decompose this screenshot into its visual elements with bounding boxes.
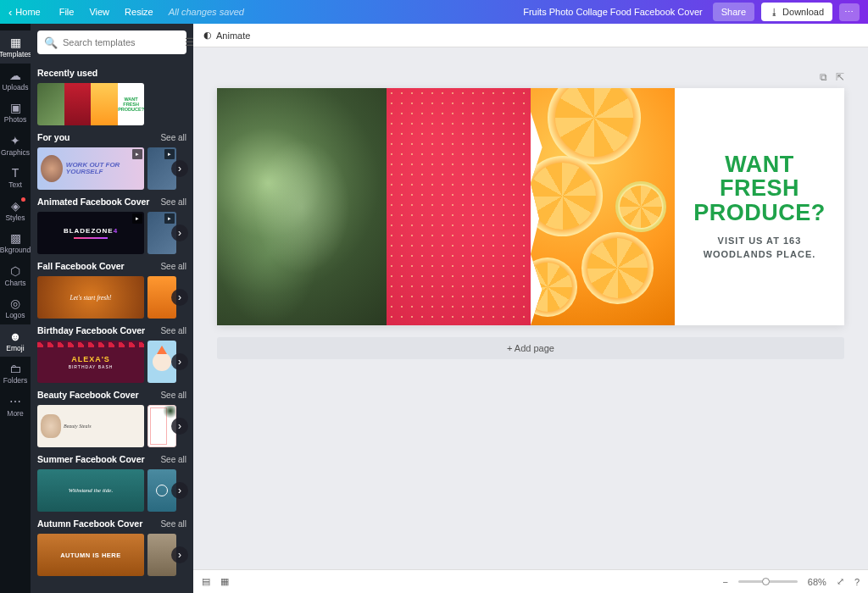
scroll-right-foryou[interactable]: › bbox=[171, 160, 188, 177]
download-icon: ⭳ bbox=[770, 7, 779, 17]
top-menu: File View Resize bbox=[59, 7, 153, 17]
design-page[interactable]: WANT FRESH PRODUCE? VISIT US AT 163 WOOD… bbox=[217, 88, 844, 325]
scroll-right-autumn[interactable]: › bbox=[171, 546, 188, 563]
notes-icon[interactable]: ▤ bbox=[202, 576, 210, 587]
see-all-summer[interactable]: See all bbox=[160, 455, 186, 464]
template-fall-1[interactable]: Let's start fresh! bbox=[37, 276, 144, 319]
video-badge-icon: ▸ bbox=[164, 149, 175, 159]
image-oranges[interactable] bbox=[531, 88, 675, 325]
see-all-foryou[interactable]: See all bbox=[160, 133, 186, 142]
rail-logos[interactable]: ◎Logos bbox=[0, 291, 31, 324]
video-badge-icon: ▸ bbox=[164, 213, 175, 224]
menu-resize[interactable]: Resize bbox=[125, 7, 153, 17]
subheading-line1: VISIT US AT 163 bbox=[718, 236, 802, 246]
grid-icon[interactable]: ▦ bbox=[220, 576, 229, 587]
see-all-beauty[interactable]: See all bbox=[160, 391, 186, 400]
zoom-level[interactable]: 68% bbox=[808, 577, 826, 587]
rail-more[interactable]: ⋯More bbox=[0, 390, 31, 423]
template-animated-1[interactable]: BLADEZONE4 ▸ bbox=[37, 212, 144, 254]
help-icon[interactable]: ? bbox=[854, 577, 860, 587]
photos-icon: ▣ bbox=[8, 101, 22, 114]
duplicate-page-icon[interactable]: ⧉ bbox=[820, 71, 827, 83]
scroll-right-birthday[interactable]: › bbox=[171, 353, 188, 370]
more-button[interactable]: ⋯ bbox=[839, 3, 860, 21]
rail-styles[interactable]: ◈Styles bbox=[0, 194, 31, 227]
search-box[interactable]: 🔍 ☰ bbox=[37, 30, 186, 54]
section-fall: Fall Facebook Cover bbox=[37, 261, 125, 271]
zoom-out-icon[interactable]: − bbox=[722, 577, 727, 587]
see-all-fall[interactable]: See all bbox=[160, 262, 186, 271]
scroll-right-summer[interactable]: › bbox=[171, 482, 188, 499]
see-all-animated[interactable]: See all bbox=[160, 197, 186, 207]
design-text-block[interactable]: WANT FRESH PRODUCE? VISIT US AT 163 WOOD… bbox=[675, 88, 844, 325]
scroll-right-beauty[interactable]: › bbox=[171, 418, 188, 435]
search-input[interactable] bbox=[63, 37, 180, 47]
video-badge-icon: ▸ bbox=[132, 149, 142, 159]
graphics-icon: ✦ bbox=[8, 134, 22, 147]
document-title[interactable]: Fruits Photo Collage Food Facebook Cover bbox=[523, 7, 703, 17]
rail-templates[interactable]: ▦Templates bbox=[0, 30, 31, 64]
rail-emoji[interactable]: ☻Emoji bbox=[0, 324, 31, 357]
home-button[interactable]: ‹ Home bbox=[8, 6, 41, 19]
side-rail: ▦Templates ☁Uploads ▣Photos ✦Graphics TT… bbox=[0, 24, 31, 593]
emoji-icon: ☻ bbox=[8, 330, 22, 343]
template-recent-1[interactable]: WANT FRESH PRODUCE? bbox=[37, 83, 144, 125]
bottom-bar: ▤ ▦ − 68% ⤢ ? bbox=[193, 569, 868, 593]
rail-graphics[interactable]: ✦Graphics bbox=[0, 129, 31, 162]
see-all-birthday[interactable]: See all bbox=[160, 326, 186, 335]
animate-icon: ◐ bbox=[203, 30, 212, 41]
rail-uploads[interactable]: ☁Uploads bbox=[0, 64, 31, 97]
background-icon: ▩ bbox=[8, 231, 22, 245]
section-recently-used: Recently used bbox=[37, 68, 97, 78]
menu-file[interactable]: File bbox=[59, 7, 75, 17]
video-badge-icon: ▸ bbox=[132, 213, 142, 224]
image-cabbage[interactable] bbox=[217, 88, 387, 325]
canvas-toolbar: ◐ Animate bbox=[193, 24, 868, 47]
heading-line2: FRESH bbox=[720, 175, 799, 201]
photo-collage[interactable] bbox=[217, 88, 675, 325]
rail-text[interactable]: TText bbox=[0, 161, 31, 194]
template-summer-1[interactable]: Withstand the tide. bbox=[37, 469, 144, 512]
image-strawberries[interactable] bbox=[387, 88, 531, 325]
zoom-slider[interactable] bbox=[738, 580, 798, 583]
rail-charts[interactable]: ⬡Charts bbox=[0, 259, 31, 292]
rail-folders[interactable]: 🗀Folders bbox=[0, 357, 31, 390]
heading-line3: PRODUCE? bbox=[693, 200, 826, 225]
see-all-autumn[interactable]: See all bbox=[160, 519, 186, 529]
fullscreen-icon[interactable]: ⤢ bbox=[837, 576, 844, 587]
download-label: Download bbox=[782, 7, 824, 17]
section-summer: Summer Facebook Cover bbox=[37, 454, 145, 464]
templates-panel: 🔍 ☰ Recently used WANT FRESH PRODUCE? Fo… bbox=[31, 24, 193, 593]
animate-button[interactable]: ◐ Animate bbox=[203, 30, 250, 41]
text-icon: T bbox=[8, 166, 22, 180]
download-button[interactable]: ⭳ Download bbox=[761, 3, 832, 21]
template-autumn-1[interactable]: AUTUMN IS HERE bbox=[37, 534, 144, 576]
heading-line1: WANT bbox=[725, 152, 793, 177]
template-foryou-1[interactable]: WORK OUT FOR YOURSELF ▸ bbox=[37, 147, 144, 190]
menu-view[interactable]: View bbox=[89, 7, 109, 17]
section-birthday: Birthday Facebook Cover bbox=[37, 325, 145, 335]
rail-background[interactable]: ▩Bkground bbox=[0, 226, 31, 259]
export-page-icon[interactable]: ⇱ bbox=[836, 71, 844, 83]
add-page-button[interactable]: + Add page bbox=[217, 337, 844, 359]
scroll-right-animated[interactable]: › bbox=[171, 224, 188, 241]
section-animated: Animated Facebook Cover bbox=[37, 197, 149, 207]
home-label: Home bbox=[15, 7, 40, 17]
section-autumn: Autumn Facebook Cover bbox=[37, 518, 142, 529]
canvas-area: ◐ Animate ⧉ ⇱ WANT bbox=[193, 24, 868, 593]
template-beauty-1[interactable]: Beauty Steals bbox=[37, 405, 144, 447]
rail-photos[interactable]: ▣Photos bbox=[0, 96, 31, 129]
folders-icon: 🗀 bbox=[8, 362, 22, 375]
search-icon: 🔍 bbox=[44, 36, 58, 49]
scroll-right-fall[interactable]: › bbox=[171, 289, 188, 306]
logos-icon: ◎ bbox=[8, 296, 22, 310]
share-button[interactable]: Share bbox=[713, 3, 754, 21]
templates-icon: ▦ bbox=[8, 36, 22, 49]
section-for-you: For you bbox=[37, 132, 70, 142]
animate-label: Animate bbox=[216, 30, 250, 41]
section-beauty: Beauty Facebook Cover bbox=[37, 390, 139, 400]
template-birthday-1[interactable]: ALEXA'S BIRTHDAY BASH bbox=[37, 341, 144, 383]
subheading-line2: WOODLANDS PLACE. bbox=[704, 249, 816, 259]
chevron-left-icon: ‹ bbox=[8, 6, 12, 19]
uploads-icon: ☁ bbox=[8, 69, 22, 82]
